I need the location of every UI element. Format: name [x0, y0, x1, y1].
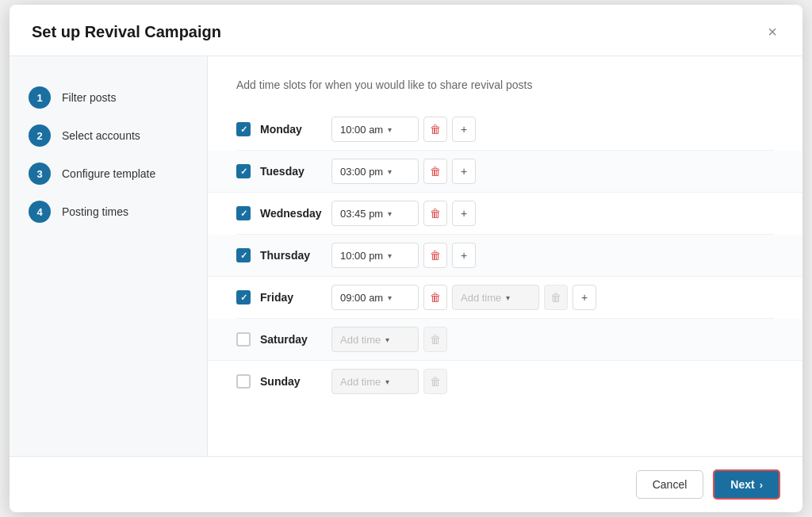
chevron-down-icon: ▾ — [388, 167, 392, 176]
sidebar-step-4[interactable]: 4 Posting times — [10, 193, 207, 231]
plus-icon: + — [461, 207, 467, 220]
add-time-btn-friday[interactable]: + — [573, 285, 596, 310]
chevron-down-icon: ▾ — [388, 251, 392, 260]
day-row-wednesday: ✓Wednesday03:45 pm▾🗑+ — [236, 193, 774, 235]
delete-time-btn-monday-0[interactable]: 🗑 — [423, 117, 447, 142]
day-row-tuesday: ✓Tuesday03:00 pm▾🗑+ — [208, 151, 802, 193]
checkbox-icon-monday: ✓ — [236, 122, 251, 136]
cancel-button[interactable]: Cancel — [636, 470, 704, 499]
plus-icon: + — [461, 165, 467, 178]
time-select-tuesday-0[interactable]: 03:00 pm▾ — [331, 159, 419, 184]
delete-time-btn-friday-1: 🗑 — [544, 285, 568, 310]
chevron-down-icon: ▾ — [388, 293, 392, 302]
trash-icon: 🗑 — [430, 375, 441, 388]
day-name-friday: Friday — [260, 291, 331, 304]
day-name-monday: Monday — [260, 123, 331, 136]
chevron-down-icon: ▾ — [506, 293, 510, 302]
step-label-1: Filter posts — [62, 91, 116, 104]
time-value: 10:00 am — [340, 124, 383, 136]
time-value: 03:45 pm — [340, 208, 383, 220]
checkbox-tuesday[interactable]: ✓ — [236, 164, 251, 178]
checkbox-wednesday[interactable]: ✓ — [236, 206, 251, 220]
trash-icon: 🗑 — [430, 207, 441, 220]
step-label-3: Configure template — [62, 167, 155, 180]
checkbox-monday[interactable]: ✓ — [236, 122, 251, 136]
instruction-text: Add time slots for when you would like t… — [236, 79, 774, 91]
checkmark: ✓ — [240, 293, 247, 302]
next-button[interactable]: Next › — [713, 469, 780, 500]
add-time-btn-monday[interactable]: + — [452, 117, 476, 142]
checkbox-saturday[interactable] — [236, 332, 251, 347]
checkbox-thursday[interactable]: ✓ — [236, 248, 251, 262]
add-time-label: Add time — [340, 376, 381, 388]
modal-body: 1 Filter posts 2 Select accounts 3 Confi… — [10, 56, 802, 456]
plus-icon: + — [461, 249, 467, 262]
day-row-friday: ✓Friday09:00 am▾🗑Add time▾🗑+ — [236, 277, 774, 319]
plus-icon: + — [461, 123, 467, 136]
time-select-friday-0[interactable]: 09:00 am▾ — [331, 285, 419, 310]
trash-icon: 🗑 — [430, 123, 441, 136]
time-value: 10:00 pm — [340, 250, 383, 262]
days-container: ✓Monday10:00 am▾🗑+✓Tuesday03:00 pm▾🗑+✓We… — [236, 109, 774, 402]
step-label-2: Select accounts — [62, 129, 140, 142]
add-time-btn-thursday[interactable]: + — [452, 243, 476, 268]
checkbox-sunday[interactable] — [236, 374, 251, 389]
checkmark: ✓ — [240, 167, 247, 176]
add-time-select-friday-1: Add time▾ — [452, 285, 539, 310]
time-slot-group-wednesday: 03:45 pm▾🗑+ — [331, 201, 476, 226]
plus-icon: + — [581, 291, 588, 304]
step-label-4: Posting times — [62, 205, 128, 218]
delete-time-btn-tuesday-0[interactable]: 🗑 — [423, 159, 447, 184]
delete-time-btn-thursday-0[interactable]: 🗑 — [423, 243, 447, 268]
time-slot-group-tuesday: 03:00 pm▾🗑+ — [331, 159, 476, 184]
day-row-saturday: SaturdayAdd time▾🗑 — [208, 319, 802, 361]
trash-icon: 🗑 — [430, 249, 441, 262]
close-button[interactable]: × — [764, 21, 780, 43]
trash-icon: 🗑 — [550, 291, 561, 304]
sidebar-step-3[interactable]: 3 Configure template — [10, 155, 207, 193]
add-time-label: Add time — [461, 292, 501, 304]
modal: Set up Revival Campaign × 1 Filter posts… — [10, 5, 802, 512]
modal-header: Set up Revival Campaign × — [10, 5, 802, 56]
sidebar-step-2[interactable]: 2 Select accounts — [10, 117, 207, 155]
day-name-saturday: Saturday — [260, 333, 331, 346]
day-name-wednesday: Wednesday — [260, 207, 331, 220]
checkbox-friday[interactable]: ✓ — [236, 290, 251, 304]
modal-title: Set up Revival Campaign — [32, 23, 221, 41]
next-chevron-icon: › — [760, 479, 763, 491]
checkbox-icon-tuesday: ✓ — [236, 164, 251, 178]
sidebar: 1 Filter posts 2 Select accounts 3 Confi… — [10, 56, 208, 456]
time-slot-group-thursday: 10:00 pm▾🗑+ — [331, 243, 476, 268]
delete-time-btn-wednesday-0[interactable]: 🗑 — [423, 201, 447, 226]
day-row-monday: ✓Monday10:00 am▾🗑+ — [236, 109, 774, 151]
checkbox-icon-saturday — [236, 332, 251, 347]
chevron-down-icon: ▾ — [385, 335, 389, 344]
chevron-down-icon: ▾ — [385, 377, 389, 386]
checkmark: ✓ — [240, 125, 247, 134]
checkmark: ✓ — [240, 251, 247, 260]
step-badge-3: 3 — [29, 163, 51, 185]
trash-icon: 🗑 — [430, 291, 441, 304]
add-time-btn-wednesday[interactable]: + — [452, 201, 476, 226]
time-select-thursday-0[interactable]: 10:00 pm▾ — [331, 243, 419, 268]
delete-time-btn-saturday-0: 🗑 — [423, 327, 447, 352]
checkbox-icon-thursday: ✓ — [236, 248, 251, 262]
main-content: Add time slots for when you would like t… — [208, 56, 802, 456]
time-slot-group-friday: 09:00 am▾🗑Add time▾🗑+ — [331, 285, 596, 310]
time-select-monday-0[interactable]: 10:00 am▾ — [331, 117, 419, 142]
time-slot-group-sunday: Add time▾🗑 — [331, 369, 447, 394]
day-name-thursday: Thursday — [260, 249, 331, 262]
checkbox-icon-friday: ✓ — [236, 290, 251, 304]
step-badge-2: 2 — [29, 124, 51, 147]
next-label: Next — [730, 478, 754, 491]
step-badge-4: 4 — [29, 201, 51, 223]
add-time-btn-tuesday[interactable]: + — [452, 159, 476, 184]
time-select-wednesday-0[interactable]: 03:45 pm▾ — [331, 201, 419, 226]
checkbox-icon-wednesday: ✓ — [236, 206, 251, 220]
sidebar-step-1[interactable]: 1 Filter posts — [10, 79, 207, 117]
delete-time-btn-friday-0[interactable]: 🗑 — [423, 285, 447, 310]
trash-icon: 🗑 — [430, 165, 441, 178]
time-slot-group-saturday: Add time▾🗑 — [331, 327, 447, 352]
time-slot-group-monday: 10:00 am▾🗑+ — [331, 117, 476, 142]
day-row-thursday: ✓Thursday10:00 pm▾🗑+ — [208, 235, 802, 277]
